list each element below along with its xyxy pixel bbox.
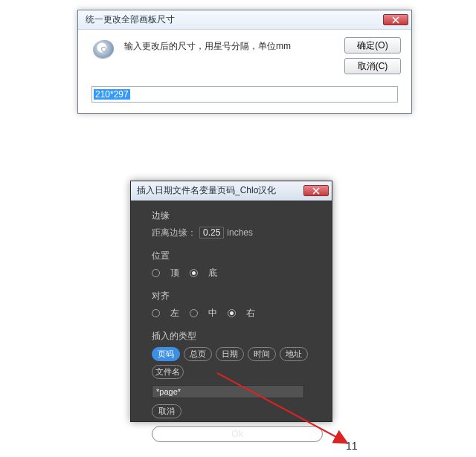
margin-value-input[interactable]: 0.25	[199, 227, 224, 239]
margin-heading: 边缘	[152, 210, 318, 222]
ok-button[interactable]: 确定(O)	[344, 37, 401, 54]
close-icon[interactable]	[303, 185, 329, 196]
variable-input[interactable]: *page*	[152, 385, 304, 398]
radio-center-label: 中	[208, 307, 217, 320]
margin-label: 距离边缘：	[152, 227, 196, 238]
radio-right-label: 右	[246, 307, 255, 320]
insert-variables-dialog: 插入日期文件名变量页码_Chlo汉化 边缘 距离边缘：0.25inches 位置…	[130, 181, 332, 422]
dialog1-message: 输入更改后的尺寸，用星号分隔，单位mm	[124, 37, 338, 53]
radio-left-label: 左	[170, 307, 179, 320]
pill-addr[interactable]: 地址	[280, 347, 308, 361]
dialog2-titlebar[interactable]: 插入日期文件名变量页码_Chlo汉化	[131, 181, 332, 201]
insert-type-section: 插入的类型 页码 总页 日期 时间 地址 文件名 *page* 取消	[152, 330, 318, 418]
pill-page[interactable]: 页码	[152, 347, 180, 361]
align-heading: 对齐	[152, 290, 318, 302]
cancel-button[interactable]: 取消	[152, 404, 181, 418]
radio-top[interactable]	[152, 269, 160, 277]
size-input-value: 210*297	[94, 89, 130, 100]
radio-right[interactable]	[228, 309, 236, 317]
pill-total[interactable]: 总页	[184, 347, 212, 361]
radio-bottom[interactable]	[190, 269, 198, 277]
size-input[interactable]: 210*297	[91, 86, 398, 103]
position-section: 位置 顶 底	[152, 250, 318, 279]
margin-unit: inches	[227, 227, 253, 238]
align-section: 对齐 左 中 右	[152, 290, 318, 320]
resize-artboards-dialog: 统一更改全部画板尺寸 输入更改后的尺寸，用星号分隔，单位mm 确定(O) 取消(…	[77, 10, 412, 114]
insert-heading: 插入的类型	[152, 330, 318, 343]
ok-button[interactable]: Ok	[152, 426, 323, 442]
radio-bottom-label: 底	[208, 267, 217, 279]
disc-icon	[93, 40, 117, 64]
cancel-button[interactable]: 取消(C)	[344, 58, 401, 74]
margin-section: 边缘 距离边缘：0.25inches	[152, 210, 318, 239]
dialog2-title: 插入日期文件名变量页码_Chlo汉化	[137, 184, 303, 197]
radio-center[interactable]	[190, 309, 198, 317]
dialog1-body: 输入更改后的尺寸，用星号分隔，单位mm 确定(O) 取消(C) 210*297	[78, 30, 411, 111]
radio-top-label: 顶	[170, 267, 179, 279]
page-number: 11	[346, 440, 358, 452]
dialog1-titlebar[interactable]: 统一更改全部画板尺寸	[78, 10, 411, 30]
radio-left[interactable]	[152, 309, 160, 317]
margin-row: 距离边缘：0.25inches	[152, 227, 318, 239]
pill-date[interactable]: 日期	[216, 347, 244, 361]
pill-file[interactable]: 文件名	[152, 365, 184, 379]
position-heading: 位置	[152, 250, 318, 262]
dialog1-title: 统一更改全部画板尺寸	[86, 13, 383, 26]
close-icon[interactable]	[383, 14, 408, 25]
dialog2-body: 边缘 距离边缘：0.25inches 位置 顶 底 对齐 左 中 右	[131, 201, 332, 448]
pill-time[interactable]: 时间	[248, 347, 276, 361]
